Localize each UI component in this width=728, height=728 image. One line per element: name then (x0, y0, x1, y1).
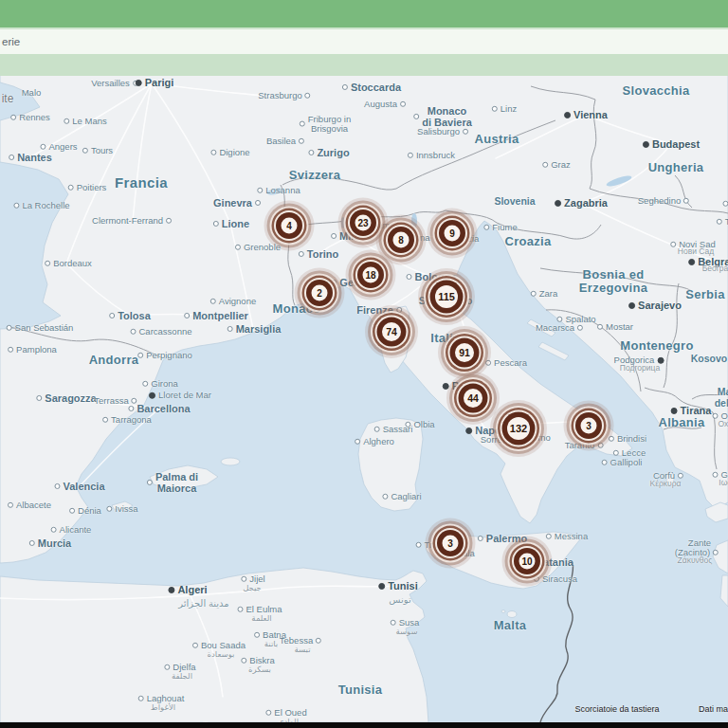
cluster-marker-74[interactable]: 74 (382, 322, 401, 341)
bottom-bar (0, 722, 728, 728)
cluster-marker-4[interactable]: 4 (282, 218, 298, 234)
cluster-marker-91[interactable]: 91 (455, 343, 474, 362)
app-window: VersaillesParigiMaloiteRennesLe MansAnge… (0, 0, 728, 728)
cluster-marker-9[interactable]: 9 (445, 226, 461, 242)
sub-header-bar (0, 54, 728, 76)
cluster-marker-132[interactable]: 132 (507, 417, 530, 440)
header-band[interactable]: erie (0, 29, 728, 54)
cluster-marker-8[interactable]: 8 (393, 232, 410, 248)
map-canvas[interactable] (0, 0, 728, 728)
cluster-marker-3[interactable]: 3 (581, 418, 597, 434)
header-text-partial: erie (0, 36, 20, 47)
cluster-marker-3[interactable]: 3 (443, 536, 459, 552)
map-data-link[interactable]: Dati ma (699, 704, 728, 714)
cluster-marker-2[interactable]: 2 (312, 285, 328, 301)
top-bar (0, 0, 728, 27)
keyboard-shortcuts-link[interactable]: Scorciatoie da tastiera (574, 704, 659, 714)
cluster-marker-23[interactable]: 23 (355, 215, 372, 231)
cluster-marker-44[interactable]: 44 (464, 389, 482, 408)
cluster-marker-18[interactable]: 18 (363, 267, 379, 283)
cluster-marker-115[interactable]: 115 (435, 285, 458, 308)
cluster-marker-10[interactable]: 10 (519, 554, 536, 570)
